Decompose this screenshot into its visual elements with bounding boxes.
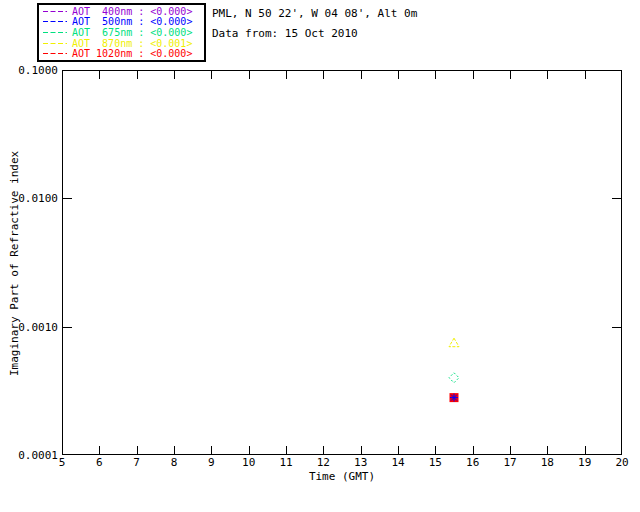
x-tick-label: 16 bbox=[466, 456, 479, 469]
x-tick-label: 11 bbox=[279, 456, 292, 469]
x-tick-label: 7 bbox=[133, 456, 140, 469]
x-tick-label: 9 bbox=[208, 456, 215, 469]
x-tick-label: 5 bbox=[59, 456, 66, 469]
x-tick-label: 12 bbox=[317, 456, 330, 469]
x-tick-label: 15 bbox=[429, 456, 442, 469]
x-tick-label: 13 bbox=[354, 456, 367, 469]
marker-aot-870nm bbox=[449, 338, 459, 347]
x-tick-label: 17 bbox=[503, 456, 516, 469]
y-tick-label: 0.0001 bbox=[18, 449, 58, 462]
y-tick-label: 0.0100 bbox=[18, 192, 58, 205]
x-tick-label: 14 bbox=[391, 456, 405, 469]
y-axis-title: Imaginary Part of Refractive index bbox=[8, 151, 21, 376]
x-tick-label: 19 bbox=[578, 456, 591, 469]
x-axis-title: Time (GMT) bbox=[62, 470, 622, 483]
x-tick-label: 20 bbox=[615, 456, 628, 469]
x-tick-label: 6 bbox=[96, 456, 103, 469]
x-tick-label: 8 bbox=[171, 456, 178, 469]
x-tick-label: 10 bbox=[242, 456, 255, 469]
marker-aot-675nm bbox=[449, 373, 459, 383]
plot-window: AOT 400nm : <0.000>AOT 500nm : <0.000>AO… bbox=[0, 0, 640, 512]
y-tick-label: 0.0010 bbox=[18, 321, 58, 334]
plot-area: 5678910111213141516171819200.00010.00100… bbox=[0, 0, 640, 512]
plot-frame bbox=[63, 71, 622, 455]
y-tick-label: 0.1000 bbox=[18, 64, 58, 77]
x-tick-label: 18 bbox=[541, 456, 554, 469]
